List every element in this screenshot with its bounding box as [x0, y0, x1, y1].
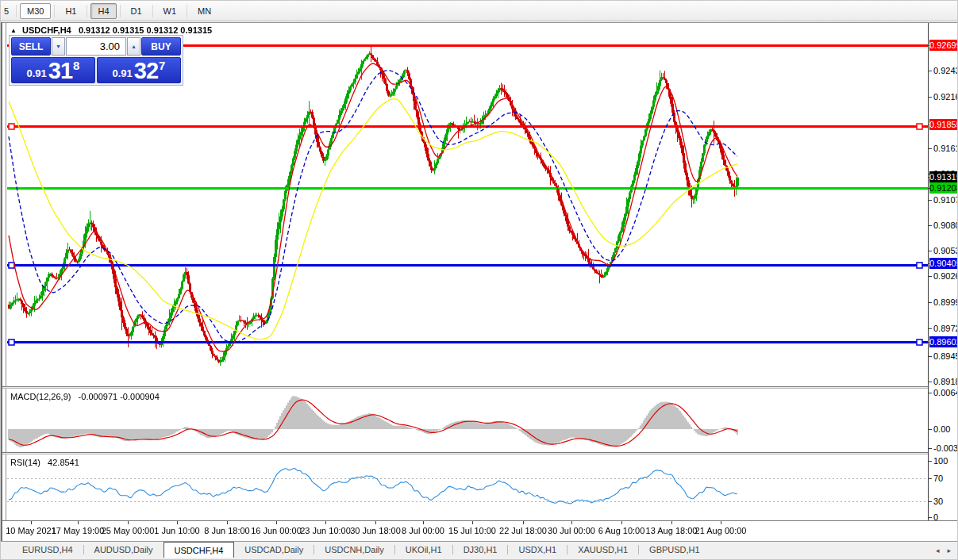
time-axis-label: 30 Jun 18:00 [350, 526, 401, 535]
chart-tab-bar: EURUSD,H4AUDUSD,DailyUSDCHF,H4USDCAD,Dai… [1, 541, 958, 558]
timeframe-button-5[interactable]: 5 [2, 3, 13, 19]
axis-tick-mark [929, 97, 932, 98]
tab-eurusd-h4[interactable]: EURUSD,H4 [12, 542, 83, 558]
time-tick-mark [128, 521, 129, 524]
tab-xauusd-h1[interactable]: XAUUSD,H1 [567, 542, 638, 558]
chart-window: ▲ USDCHF,H4 0.91312 0.91315 0.91312 0.91… [1, 22, 958, 541]
chart-ohlc-values: 0.91312 0.91315 0.91312 0.91315 [79, 25, 212, 35]
axis-tick-mark [929, 382, 932, 382]
time-tick-mark [423, 521, 424, 524]
time-axis[interactable]: 10 May 202117 May 19:0025 May 00:001 Jun… [2, 521, 958, 541]
tab-dj30-h1[interactable]: DJ30,H1 [453, 542, 508, 558]
trading-terminal-window: 5M30H1H4D1W1MN ▲ USDCHF,H4 0.91312 0.913… [0, 0, 958, 560]
timeframe-button-mn[interactable]: MN [190, 3, 218, 19]
buy-price-quote[interactable]: 0.91 32 7 [97, 57, 181, 83]
price-badge-0.91855: 0.91855 [929, 119, 958, 130]
toolbar-separator [87, 5, 87, 17]
timeframe-toolbar: 5M30H1H4D1W1MN [1, 1, 958, 21]
price-axis-label: 0.00647 [933, 388, 958, 397]
timeframe-button-d1[interactable]: D1 [124, 3, 149, 19]
time-axis-label: 30 Jul 00:00 [548, 526, 595, 535]
tabs-scroll-left-icon[interactable]: ◂ [936, 547, 940, 554]
time-axis-label: 13 Aug 18:00 [646, 526, 698, 535]
price-axis-label: 100 [933, 456, 948, 466]
time-axis-label: 10 May 2021 [6, 526, 56, 535]
chart-window-left-border [1, 22, 2, 541]
axis-tick-mark [929, 71, 932, 71]
time-axis-label: 6 Aug 10:00 [598, 526, 645, 535]
tab-audusd-daily[interactable]: AUDUSD,Daily [84, 542, 164, 558]
axis-tick-mark [929, 328, 932, 329]
buy-button[interactable]: BUY [141, 37, 181, 56]
macd-values: -0.000971 -0.000904 [79, 392, 160, 401]
toolbar-separator [120, 5, 121, 17]
rsi-indicator-canvas[interactable] [7, 455, 928, 520]
axis-tick-mark [929, 225, 932, 226]
time-axis-label: 25 May 00:00 [102, 526, 155, 535]
tabs-scroll-right-icon[interactable]: ▸ [947, 547, 951, 554]
price-axis-label: 0.89990 [933, 297, 958, 307]
price-axis-label: 30 [933, 497, 943, 506]
price-axis-label: 0.91075 [933, 195, 958, 205]
rsi-value: 42.8541 [48, 458, 79, 467]
macd-label: MACD(12,26,9) -0.000971 -0.000904 [10, 392, 160, 401]
sell-button[interactable]: SELL [11, 37, 51, 56]
time-tick-mark [325, 521, 326, 524]
price-axis-label: 0.89180 [933, 377, 958, 386]
axis-tick-mark [929, 461, 932, 462]
axis-tick-mark [929, 501, 932, 502]
timeframe-button-h1[interactable]: H1 [58, 3, 83, 19]
time-axis-label: 22 Jul 18:00 [499, 526, 547, 535]
time-tick-mark [523, 521, 524, 524]
sell-price-quote[interactable]: 0.91 31 8 [11, 57, 95, 83]
price-axis[interactable]: 0.924300.921600.916150.913450.910750.908… [928, 23, 958, 520]
timeframe-button-m30[interactable]: M30 [20, 3, 51, 19]
time-tick-mark [621, 521, 622, 524]
price-axis-label: 0.90265 [933, 271, 958, 281]
price-badge-0.90405: 0.90405 [929, 258, 958, 269]
axis-tick-mark [929, 356, 932, 357]
chart-title: ▲ USDCHF,H4 0.91312 0.91315 0.91312 0.91… [10, 25, 212, 35]
tab-usdchf-h4[interactable]: USDCHF,H4 [164, 542, 235, 558]
time-axis-label: 23 Jun 10:00 [300, 526, 351, 535]
price-axis-label: 0.89720 [933, 324, 958, 333]
price-axis-label: 0.90535 [933, 246, 958, 255]
axis-tick-mark [929, 276, 932, 277]
volume-decrease-button[interactable]: ▼ [52, 37, 65, 56]
axis-tick-mark [929, 393, 932, 393]
tab-ukoil-h1[interactable]: UKOil,H1 [395, 542, 452, 558]
sell-price-point: 8 [73, 59, 79, 72]
timeframe-button-h4[interactable]: H4 [90, 3, 116, 19]
time-tick-mark [177, 521, 178, 524]
price-axis-label: 0.00 [933, 424, 950, 434]
volume-input[interactable]: 3.00 [66, 37, 126, 56]
price-axis-label: 0.92430 [933, 66, 958, 75]
volume-increase-button[interactable]: ▲ [127, 37, 140, 56]
price-axis-label: 0.90805 [933, 221, 958, 230]
chart-collapse-icon[interactable]: ▲ [10, 27, 17, 34]
time-tick-mark [227, 521, 228, 524]
time-axis-label: 1 Jun 10:00 [154, 526, 200, 535]
time-tick-mark [31, 521, 32, 524]
tab-gbpusd-h1[interactable]: GBPUSD,H1 [639, 542, 710, 558]
tab-usdcad-daily[interactable]: USDCAD,Daily [234, 542, 314, 558]
buy-price-pips: 32 [134, 61, 158, 81]
time-axis-label: 8 Jun 18:00 [204, 526, 250, 535]
time-tick-mark [671, 521, 672, 524]
time-tick-mark [721, 521, 721, 524]
tab-usdcnh-daily[interactable]: USDCNH,Daily [314, 542, 394, 558]
timeframe-button-w1[interactable]: W1 [156, 3, 184, 19]
axis-tick-mark [929, 148, 932, 149]
axis-tick-mark [929, 429, 932, 430]
time-axis-label: 21 Aug 00:00 [695, 526, 747, 535]
buy-price-point: 7 [159, 59, 165, 72]
tab-usdx-h1[interactable]: USDX,H1 [508, 542, 567, 558]
price-axis-label: 70 [933, 474, 943, 483]
axis-tick-mark [929, 448, 932, 449]
time-tick-mark [571, 521, 572, 524]
rsi-label: RSI(14) 42.8541 [10, 458, 79, 467]
axis-tick-mark [929, 478, 932, 479]
price-axis-label: 0.91615 [933, 144, 958, 153]
toolbar-separator [16, 5, 17, 17]
price-badge-0.91208: 0.91208 [929, 182, 958, 194]
